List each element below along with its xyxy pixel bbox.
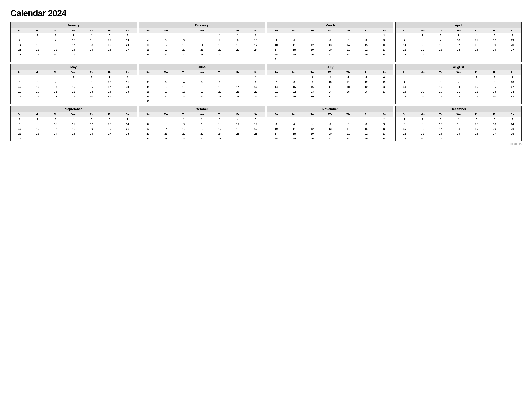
calendar-day <box>211 75 229 80</box>
calendar-day: 8 <box>211 38 229 43</box>
calendar-day <box>247 52 265 57</box>
calendar-day: 24 <box>47 131 65 136</box>
calendar-day <box>285 117 304 122</box>
calendar-day: 2 <box>414 117 432 122</box>
calendar-day: 26 <box>468 131 486 136</box>
calendar-day: 16 <box>303 85 321 89</box>
day-header-su: Su <box>267 70 285 75</box>
calendar-day: 12 <box>193 85 211 89</box>
day-header-we: We <box>321 112 339 117</box>
calendar-day <box>321 57 339 62</box>
calendar-day: 5 <box>485 33 504 38</box>
table-row: 891011121314 <box>11 122 137 126</box>
calendar-day: 27 <box>504 47 522 52</box>
calendar-day: 12 <box>83 122 101 126</box>
calendar-day <box>468 136 486 141</box>
calendar-day: 26 <box>414 94 432 99</box>
calendar-day: 28 <box>11 52 29 57</box>
day-header-mo: Mo <box>29 28 47 33</box>
month-title-august: August <box>396 64 522 70</box>
day-header-we: We <box>65 70 83 75</box>
table-row: 2345678 <box>139 80 265 85</box>
calendar-day <box>47 136 65 141</box>
calendar-day: 18 <box>139 47 157 52</box>
table-row: 11121314151617 <box>396 85 522 89</box>
calendar-day <box>101 136 119 141</box>
calendar-day <box>267 33 285 38</box>
day-header-sa: Sa <box>118 28 137 33</box>
month-block-january: JanuarySuMoTuWeThFrSa1234567891011121314… <box>10 22 137 62</box>
calendar-day: 10 <box>504 80 522 85</box>
table-row: 20212223242526 <box>139 131 265 136</box>
calendar-day: 5 <box>83 117 101 122</box>
calendar-day <box>118 94 137 99</box>
day-header-we: We <box>321 70 339 75</box>
calendar-day: 20 <box>139 131 157 136</box>
day-header-mo: Mo <box>414 28 432 33</box>
calendar-day: 16 <box>485 85 504 89</box>
calendar-day: 27 <box>29 94 47 99</box>
month-table-december: SuMoTuWeThFrSa12345678910111213141516171… <box>396 112 522 141</box>
calendar-day <box>247 99 265 104</box>
month-block-october: OctoberSuMoTuWeThFrSa1234567891011121314… <box>139 106 265 141</box>
calendar-day: 17 <box>65 43 83 47</box>
calendar-day: 17 <box>47 126 65 131</box>
day-header-fr: Fr <box>357 28 375 33</box>
table-row: 1234567 <box>396 117 522 122</box>
month-title-september: September <box>11 106 137 112</box>
calendar-day <box>321 117 339 122</box>
day-header-su: Su <box>139 112 157 117</box>
calendar-day <box>157 33 175 38</box>
calendar-day: 29 <box>357 52 375 57</box>
calendar-day: 14 <box>11 43 29 47</box>
day-header-sa: Sa <box>118 112 137 117</box>
day-header-fr: Fr <box>485 28 504 33</box>
calendar-day: 25 <box>229 131 247 136</box>
calendar-day: 11 <box>175 85 193 89</box>
calendar-day: 20 <box>321 47 339 52</box>
calendar-day: 23 <box>83 89 101 94</box>
calendar-day: 26 <box>247 131 265 136</box>
calendar-day: 26 <box>485 47 504 52</box>
calendar-day <box>414 75 432 80</box>
calendar-day: 13 <box>504 38 522 43</box>
calendar-day: 7 <box>47 80 65 85</box>
calendar-day: 21 <box>229 89 247 94</box>
table-row: 12131415161718 <box>11 85 137 89</box>
table-row: 22232425262728 <box>396 131 522 136</box>
calendar-day <box>321 33 339 38</box>
calendar-day: 18 <box>396 89 414 94</box>
calendar-day: 25 <box>449 131 468 136</box>
calendar-day <box>83 52 101 57</box>
month-block-february: FebruarySuMoTuWeThFrSa123456789101112131… <box>139 22 265 62</box>
calendar-day: 23 <box>229 47 247 52</box>
calendar-day: 13 <box>101 122 119 126</box>
table-row: 21222324252627 <box>11 47 137 52</box>
calendar-day: 19 <box>468 126 486 131</box>
calendar-day <box>139 75 157 80</box>
calendar-day: 9 <box>485 80 504 85</box>
calendar-day <box>101 52 119 57</box>
calendar-day: 10 <box>211 122 229 126</box>
day-header-mo: Mo <box>285 112 304 117</box>
day-header-sa: Sa <box>247 70 265 75</box>
calendar-day: 6 <box>321 122 339 126</box>
calendar-day: 29 <box>65 94 83 99</box>
calendar-day: 15 <box>468 85 486 89</box>
calendar-day: 1 <box>396 117 414 122</box>
calendar-day <box>157 99 175 104</box>
calendar-day: 9 <box>375 122 393 126</box>
calendar-day: 21 <box>193 47 211 52</box>
calendar-day: 16 <box>29 126 47 131</box>
calendar-day: 10 <box>101 80 119 85</box>
calendar-day: 21 <box>157 131 175 136</box>
calendar-day: 29 <box>285 94 304 99</box>
calendar-day: 21 <box>47 89 65 94</box>
calendar-day: 15 <box>357 43 375 47</box>
month-block-march: MarchSuMoTuWeThFrSa123456789101112131415… <box>267 22 393 62</box>
day-header-su: Su <box>139 28 157 33</box>
calendar-day: 28 <box>157 136 175 141</box>
table-row: 1234567 <box>11 117 137 122</box>
calendar-day <box>29 75 47 80</box>
calendar-day: 2 <box>83 75 101 80</box>
